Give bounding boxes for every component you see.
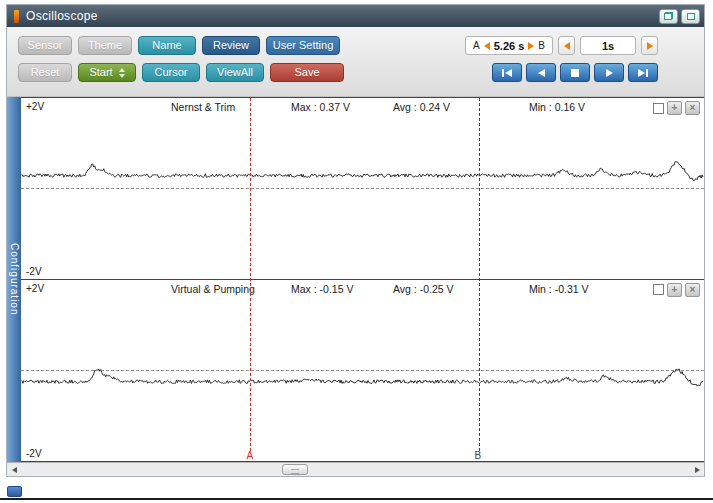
b-marker-label: B [538, 40, 545, 51]
go-to-start-button[interactable] [492, 63, 522, 82]
window-controls [659, 9, 700, 24]
scale-bottom-label: -2V [26, 266, 42, 277]
zero-reference-line [21, 188, 704, 189]
cursor-a-line[interactable] [250, 98, 251, 451]
panel-controls: + × [653, 101, 700, 115]
avg-value: Avg : 0.24 V [393, 101, 450, 113]
start-button-label: Start [89, 67, 112, 78]
max-value: Max : 0.37 V [291, 101, 350, 113]
channel-title: Virtual & Pumping [171, 283, 255, 295]
scroll-right-icon [695, 467, 700, 473]
maximize-icon [687, 13, 695, 20]
a-marker-icon [484, 42, 490, 50]
zero-reference-line [21, 370, 704, 371]
review-button[interactable]: Review [202, 36, 260, 55]
toolbar-row-2: Reset Start Cursor ViewAll Save [15, 59, 696, 86]
configuration-tab[interactable]: Configuration [7, 97, 21, 462]
view-all-button[interactable]: ViewAll [206, 63, 264, 82]
min-value: Min : 0.16 V [529, 101, 585, 113]
scroll-left-button[interactable] [7, 463, 21, 476]
toolbar: Sensor Theme Name Review User Setting A … [7, 27, 704, 97]
scale-bottom-label: -2V [26, 448, 42, 459]
channel-panel-nernst: +2V Nernst & Trim Max : 0.37 V Avg : 0.2… [21, 98, 704, 280]
play-button[interactable] [594, 63, 624, 82]
channel-visible-checkbox[interactable] [653, 284, 664, 295]
stop-icon [571, 69, 579, 77]
last-icon [638, 69, 645, 77]
panel-move-button[interactable]: + [667, 101, 682, 115]
cursor-button[interactable]: Cursor [142, 63, 200, 82]
scroll-thumb[interactable] [282, 464, 308, 475]
a-marker-label: A [473, 40, 480, 51]
cursor-b-line[interactable] [479, 98, 480, 451]
app-icon [14, 10, 19, 23]
max-value: Max : -0.15 V [291, 283, 353, 295]
cursor-b-label: B [475, 450, 482, 461]
play-icon [606, 69, 613, 77]
reset-button[interactable]: Reset [18, 63, 72, 82]
right-arrow-icon [647, 42, 653, 50]
go-to-end-button[interactable] [628, 63, 658, 82]
panel-close-button[interactable]: × [685, 283, 700, 297]
oscilloscope-window: Oscilloscope Sensor Theme Name Review Us… [6, 4, 705, 477]
channel-visible-checkbox[interactable] [653, 103, 664, 114]
start-spinner-icon [119, 68, 125, 78]
window-title: Oscilloscope [26, 9, 98, 23]
back-icon [538, 69, 545, 77]
theme-button[interactable]: Theme [78, 36, 132, 55]
timebase-increase-button[interactable] [641, 36, 658, 55]
stop-button[interactable] [560, 63, 590, 82]
sensor-button[interactable]: Sensor [18, 36, 72, 55]
b-marker-icon [528, 42, 534, 50]
start-button[interactable]: Start [78, 63, 136, 82]
window-maximize-button[interactable] [681, 9, 700, 24]
bottom-divider [0, 498, 713, 500]
avg-value: Avg : -0.25 V [393, 283, 454, 295]
first-icon [502, 69, 504, 77]
ab-delta-value: 5.26 s [494, 40, 525, 52]
save-button[interactable]: Save [270, 63, 344, 82]
scroll-right-button[interactable] [690, 463, 704, 476]
window-restore-button[interactable] [659, 9, 678, 24]
playback-controls [492, 63, 658, 82]
ab-range-readout: A 5.26 s B [465, 36, 553, 55]
name-button[interactable]: Name [138, 36, 196, 55]
left-arrow-icon [564, 42, 570, 50]
panels-wrap: +2V Nernst & Trim Max : 0.37 V Avg : 0.2… [21, 97, 704, 462]
configuration-tab-label: Configuration [9, 243, 20, 315]
channel-title: Nernst & Trim [171, 101, 235, 113]
scale-top-label: +2V [26, 101, 44, 112]
horizontal-scrollbar[interactable] [7, 462, 704, 476]
plot-region: Configuration +2V Nernst & Trim Max : 0.… [7, 97, 704, 462]
timebase-decrease-button[interactable] [558, 36, 575, 55]
titlebar: Oscilloscope [7, 5, 704, 27]
panel-controls: + × [653, 283, 700, 297]
scale-top-label: +2V [26, 283, 44, 294]
panel-close-button[interactable]: × [685, 101, 700, 115]
bottom-left-chip [7, 486, 22, 497]
toolbar-row-1: Sensor Theme Name Review User Setting A … [15, 32, 696, 59]
timebase-controls: A 5.26 s B 1s [465, 36, 658, 55]
channel-panel-pumping: +2V Virtual & Pumping Max : -0.15 V Avg … [21, 280, 704, 462]
restore-icon [664, 12, 673, 20]
min-value: Min : -0.31 V [529, 283, 589, 295]
cursor-a-label: A [246, 450, 253, 461]
step-back-button[interactable] [526, 63, 556, 82]
user-setting-button[interactable]: User Setting [266, 36, 340, 55]
scroll-left-icon [12, 467, 17, 473]
timebase-value[interactable]: 1s [580, 36, 636, 55]
panel-move-button[interactable]: + [667, 283, 682, 297]
